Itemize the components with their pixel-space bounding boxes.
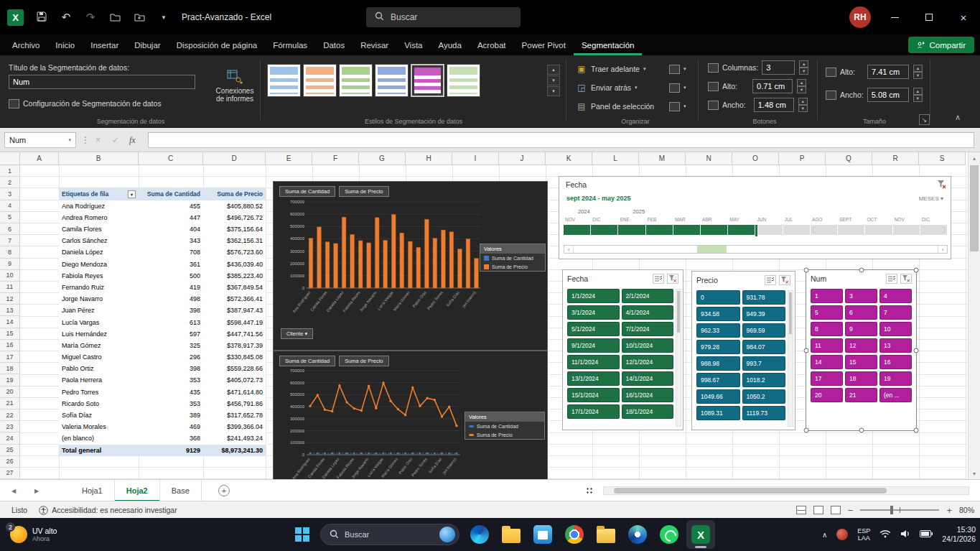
timeline-scrollbar[interactable]: ‹ ›: [564, 245, 948, 254]
pivot-cell[interactable]: $405,880.52: [203, 200, 266, 212]
slicer-item-979-28[interactable]: 979.28: [696, 340, 740, 354]
pivot-cell[interactable]: 325: [139, 340, 203, 351]
slicer-item-998-67[interactable]: 998.67: [696, 373, 740, 387]
pivot-cell[interactable]: Ricardo Soto: [59, 398, 139, 409]
pivot-cell[interactable]: Miguel Castro: [59, 351, 139, 363]
save-icon[interactable]: [35, 11, 48, 24]
pivot-cell[interactable]: 498: [139, 293, 203, 305]
slicer-item-962-33[interactable]: 962.33: [696, 323, 740, 338]
pivot-cell[interactable]: 353: [139, 374, 203, 386]
pivot-cell[interactable]: Daniela López: [59, 246, 139, 258]
chart-legend-item[interactable]: Suma de Precio: [480, 262, 545, 271]
timeline-month-mar-4[interactable]: MAR: [673, 217, 701, 235]
taskbar-app-excel[interactable]: X: [686, 520, 715, 549]
row-header-8[interactable]: 8: [0, 246, 20, 258]
ribbon-tab-power-pivot[interactable]: Power Pivot: [514, 34, 574, 55]
formula-input[interactable]: [148, 132, 974, 148]
zoom-in-icon[interactable]: +: [946, 505, 952, 516]
row-header-22[interactable]: 22: [0, 409, 20, 421]
slicer-scrollbar[interactable]: [788, 290, 793, 427]
pivot-cell[interactable]: $559,228.66: [203, 363, 266, 374]
selection-handle[interactable]: [804, 268, 809, 273]
pivot-cell[interactable]: $317,652.78: [203, 409, 266, 421]
insert-function-icon[interactable]: fx: [129, 132, 136, 148]
row-header-25[interactable]: 25: [0, 445, 20, 456]
selection-handle[interactable]: [804, 348, 809, 353]
column-header-s[interactable]: S: [919, 152, 966, 165]
slicer-item-1[interactable]: 1: [811, 289, 843, 303]
scroll-down-icon[interactable]: ▼: [969, 468, 980, 479]
column-header-j[interactable]: J: [499, 152, 546, 165]
timeline-month-dic-13[interactable]: DIC: [920, 217, 948, 235]
slicer-item-0[interactable]: 0: [696, 290, 740, 305]
pivot-cell[interactable]: 368: [139, 432, 203, 444]
slicer-item-en[interactable]: (en ...: [879, 388, 912, 402]
slicer-item-1050-2[interactable]: 1050.2: [742, 389, 786, 404]
ribbon-tab-disposici-n-de-p-gina[interactable]: Disposición de página: [169, 34, 266, 55]
slicer-item-14[interactable]: 14: [811, 355, 843, 369]
selection-handle[interactable]: [914, 268, 919, 273]
zoom-slider-thumb[interactable]: [890, 506, 893, 514]
pivot-cell[interactable]: $447,741.56: [203, 328, 266, 340]
chart-axis-field-button[interactable]: Cliente ▾: [281, 328, 313, 339]
slicer-item-16-1-2024[interactable]: 16/1/2024: [622, 388, 674, 402]
shape-width-input[interactable]: [867, 88, 909, 102]
pivot-cell[interactable]: Ana Rodríguez: [59, 200, 139, 212]
timeline-period-dropdown[interactable]: MESES ▾: [919, 195, 943, 202]
row-header-10[interactable]: 10: [0, 270, 20, 282]
pivot-cell[interactable]: María Gómez: [59, 340, 139, 351]
slicer-item-9-1-2024[interactable]: 9/1/2024: [567, 338, 620, 353]
pivot-cell[interactable]: (en blanco): [59, 432, 139, 444]
slicer-item-15[interactable]: 15: [845, 355, 877, 369]
battery-icon[interactable]: [920, 530, 933, 539]
slicer-item-13[interactable]: 13: [879, 338, 912, 353]
timeline-month-feb-3[interactable]: FEB: [646, 217, 673, 235]
wifi-icon[interactable]: [879, 529, 891, 540]
ribbon-tab-datos[interactable]: Datos: [315, 34, 353, 55]
chart-legend-item[interactable]: Suma de Cantidad: [480, 254, 545, 262]
slicer-item-11[interactable]: 11: [811, 338, 843, 353]
pivot-cell[interactable]: Luis Hernández: [59, 328, 139, 340]
user-avatar[interactable]: RH: [849, 6, 871, 28]
weather-widget[interactable]: 2 UV alto Ahora: [6, 521, 61, 548]
pivot-header-cell[interactable]: Suma de Cantidad: [139, 188, 203, 200]
slicer-item-2-1-2024[interactable]: 2/1/2024: [622, 289, 674, 303]
slicer-item-993-7[interactable]: 993.7: [742, 356, 786, 371]
row-header-26[interactable]: 26: [0, 456, 20, 468]
new-folder-icon[interactable]: [133, 11, 146, 24]
multiselect-icon[interactable]: [653, 274, 664, 284]
row-header-23[interactable]: 23: [0, 421, 20, 432]
send-backward-button[interactable]: ◲ Enviar atrás▾: [576, 80, 638, 96]
chart-field-button-suma-de-cantidad[interactable]: Suma de Cantidad: [279, 186, 335, 197]
column-header-k[interactable]: K: [546, 152, 592, 165]
column-header-m[interactable]: M: [639, 152, 686, 165]
slicer-fecha[interactable]: Fecha1/1/20242/1/20243/1/20244/1/20245/1…: [562, 269, 683, 430]
row-header-7[interactable]: 7: [0, 235, 20, 246]
zoom-slider[interactable]: [860, 509, 939, 511]
pivot-cell[interactable]: $436,039.40: [203, 259, 266, 270]
close-button[interactable]: ×: [947, 0, 980, 34]
slicer-item-984-07[interactable]: 984.07: [742, 340, 786, 354]
row-header-11[interactable]: 11: [0, 282, 20, 293]
pivot-cell[interactable]: 296: [139, 351, 203, 363]
pivot-cell[interactable]: Diego Mendoza: [59, 259, 139, 270]
accessibility-status[interactable]: Accesibilidad: es necesario investigar: [39, 506, 177, 515]
column-header-h[interactable]: H: [406, 152, 452, 165]
pivot-cell[interactable]: 9129: [139, 445, 203, 456]
scroll-up-icon[interactable]: ▲: [969, 152, 980, 164]
gallery-up-icon[interactable]: ▴: [547, 65, 560, 75]
row-header-14[interactable]: 14: [0, 316, 20, 328]
pivot-cell[interactable]: 455: [139, 200, 203, 212]
column-header-e[interactable]: E: [266, 152, 312, 165]
column-header-c[interactable]: C: [139, 152, 203, 165]
slicer-item-1-1-2024[interactable]: 1/1/2024: [567, 289, 620, 303]
pivot-cell[interactable]: Andrea Romero: [59, 212, 139, 223]
selection-handle[interactable]: [914, 428, 919, 433]
row-header-18[interactable]: 18: [0, 363, 20, 374]
pivot-filter-dropdown-icon[interactable]: ▾: [128, 190, 136, 198]
sheet-tab-base[interactable]: Base: [160, 480, 202, 501]
slicer-item-12-1-2024[interactable]: 12/1/2024: [622, 355, 674, 369]
zoom-level[interactable]: 80%: [959, 506, 974, 514]
slicer-scroll-thumb[interactable]: [789, 292, 792, 334]
slicer-item-1089-31[interactable]: 1089.31: [696, 406, 740, 420]
